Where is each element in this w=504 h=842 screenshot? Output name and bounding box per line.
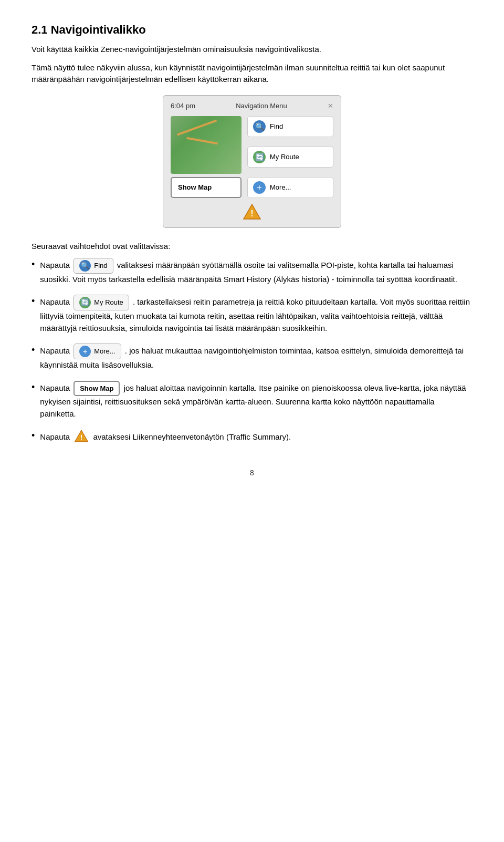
list-item-showmap: • Napauta Show Map jos haluat aloittaa n… — [32, 381, 472, 420]
svg-text:!: ! — [250, 209, 253, 218]
page-heading: 2.1 Navigointivalikko — [32, 21, 472, 38]
find-label: Find — [270, 121, 283, 132]
more-item-content: Napauta + More... . jos haluat mukauttaa… — [40, 344, 472, 371]
showmap-item-content: Napauta Show Map jos haluat aloittaa nav… — [40, 381, 472, 420]
warning-item-content: Napauta ! avataksesi Liikenneyhteenveton… — [40, 429, 472, 446]
more-inline-label: More... — [94, 346, 115, 357]
warning-text-before: Napauta — [40, 432, 72, 441]
find-button[interactable]: 🔍 Find — [247, 116, 333, 137]
myroute-inline-button[interactable]: 🔄 My Route — [74, 295, 129, 310]
find-icon: 🔍 — [253, 120, 266, 133]
list-item-warning: • Napauta ! avataksesi Liikenneyhteenvet… — [32, 429, 472, 446]
bullet-myroute: • — [32, 295, 35, 308]
page-number: 8 — [32, 467, 472, 479]
more-text-before: Napauta — [40, 346, 70, 355]
my-route-label: My Route — [270, 152, 299, 162]
section-header: Seuraavat vaihtoehdot ovat valittavissa: — [32, 241, 472, 253]
map-preview-thumbnail — [171, 116, 242, 174]
more-inline-button[interactable]: + More... — [74, 344, 121, 359]
find-inline-icon: 🔍 — [79, 260, 91, 272]
show-map-button[interactable]: Show Map — [171, 177, 242, 198]
my-route-icon: 🔄 — [253, 151, 266, 163]
showmap-inline-button[interactable]: Show Map — [74, 381, 120, 397]
intro-para2: Tämä näyttö tulee näkyviin alussa, kun k… — [32, 62, 472, 86]
bullet-showmap: • — [32, 381, 35, 394]
myroute-text-before: Napauta — [40, 297, 70, 306]
nav-menu-screenshot: 6:04 pm Navigation Menu ✕ 🔍 Find 🔄 My Ro… — [32, 95, 472, 228]
more-button[interactable]: + More... — [247, 177, 333, 198]
myroute-item-content: Napauta 🔄 My Route . tarkastellaksesi re… — [40, 295, 472, 334]
show-map-label: Show Map — [178, 182, 212, 193]
find-inline-button[interactable]: 🔍 Find — [74, 258, 113, 274]
more-icon: + — [253, 181, 266, 194]
bullet-find: • — [32, 258, 35, 271]
more-inline-icon: + — [79, 346, 91, 357]
find-text-before: Napauta — [40, 260, 72, 269]
list-item-more: • Napauta + More... . jos haluat mukautt… — [32, 344, 472, 371]
warning-icon: ! — [243, 203, 261, 220]
menu-close-icon: ✕ — [328, 101, 333, 111]
bullet-warning: • — [32, 429, 35, 442]
showmap-text-before: Napauta — [40, 383, 72, 392]
more-label: More... — [270, 182, 291, 193]
list-item-find: • Napauta 🔍 Find valitaksesi määränpään … — [32, 258, 472, 286]
options-list: • Napauta 🔍 Find valitaksesi määränpään … — [32, 258, 472, 446]
showmap-inline-label: Show Map — [80, 383, 113, 394]
warning-text-after: avataksesi Liikenneyhteenvetonäytön (Tra… — [93, 432, 291, 441]
menu-title: Navigation Menu — [236, 101, 287, 111]
list-item-myroute: • Napauta 🔄 My Route . tarkastellaksesi … — [32, 295, 472, 334]
intro-para1: Voit käyttää kaikkia Zenec-navigointijär… — [32, 44, 472, 56]
find-inline-label: Find — [94, 261, 107, 271]
svg-text:!: ! — [80, 434, 82, 441]
bullet-more: • — [32, 344, 35, 357]
find-item-content: Napauta 🔍 Find valitaksesi määränpään sy… — [40, 258, 472, 286]
menu-time: 6:04 pm — [171, 101, 195, 111]
myroute-inline-label: My Route — [94, 297, 123, 308]
my-route-button[interactable]: 🔄 My Route — [247, 147, 333, 168]
myroute-inline-icon: 🔄 — [79, 297, 91, 308]
warning-inline-icon: ! — [74, 429, 89, 446]
